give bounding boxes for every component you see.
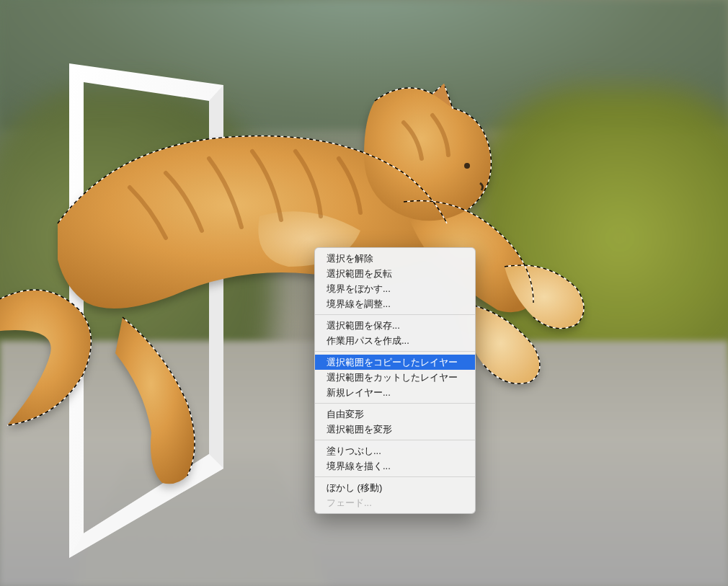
editor-canvas[interactable]: 選択を解除選択範囲を反転境界をぼかす...境界線を調整...選択範囲を保存...… [0, 0, 728, 586]
menu-item[interactable]: 塗りつぶし... [315, 443, 475, 458]
svg-point-0 [464, 163, 470, 169]
menu-item[interactable]: 選択範囲を反転 [315, 266, 475, 281]
menu-item[interactable]: 境界線を調整... [315, 296, 475, 311]
menu-separator [315, 476, 475, 477]
menu-item[interactable]: 作業用パスを作成... [315, 333, 475, 348]
menu-item[interactable]: 境界線を描く... [315, 458, 475, 474]
menu-item[interactable]: 選択範囲をカットしたレイヤー [315, 370, 475, 385]
menu-separator [315, 403, 475, 404]
menu-item[interactable]: ぼかし (移動) [315, 480, 475, 495]
menu-item[interactable]: 境界をぼかす... [315, 281, 475, 296]
context-menu[interactable]: 選択を解除選択範囲を反転境界をぼかす...境界線を調整...選択範囲を保存...… [314, 247, 476, 514]
menu-separator [315, 314, 475, 315]
menu-item[interactable]: 選択範囲をコピーしたレイヤー [315, 355, 475, 370]
menu-separator [315, 351, 475, 352]
menu-item[interactable]: 選択範囲を変形 [315, 422, 475, 437]
menu-item[interactable]: 選択を解除 [315, 251, 475, 266]
menu-item[interactable]: 新規レイヤー... [315, 385, 475, 400]
menu-separator [315, 440, 475, 440]
menu-item[interactable]: 自由変形 [315, 407, 475, 422]
menu-item[interactable]: 選択範囲を保存... [315, 318, 475, 333]
menu-item: フェード... [315, 495, 475, 510]
